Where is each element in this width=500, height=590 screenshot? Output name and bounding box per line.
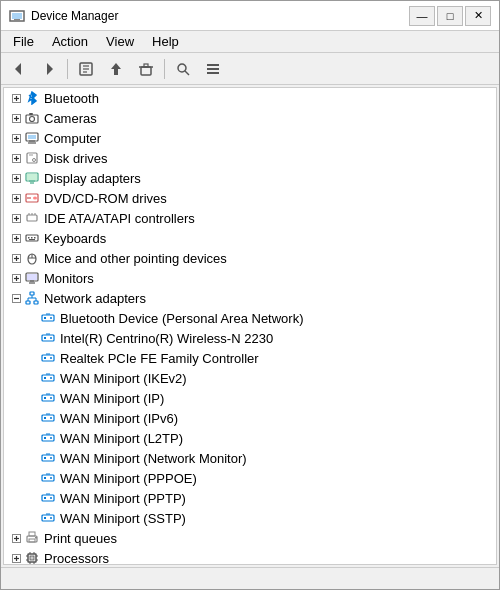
content-area: BluetoothCamerasComputerDisk drivesDispl… xyxy=(1,85,499,567)
menu-action[interactable]: Action xyxy=(44,32,96,51)
svg-rect-60 xyxy=(27,215,37,221)
svg-rect-87 xyxy=(30,292,34,295)
svg-line-14 xyxy=(185,71,189,75)
tree-item-disk-drives[interactable]: Disk drives xyxy=(4,148,496,168)
expander-bluetooth[interactable] xyxy=(8,90,24,106)
status-bar xyxy=(1,567,499,589)
expander-mice[interactable] xyxy=(8,250,24,266)
label-keyboards: Keyboards xyxy=(44,231,106,246)
svg-rect-1 xyxy=(12,13,22,19)
menu-view[interactable]: View xyxy=(98,32,142,51)
label-processors: Processors xyxy=(44,551,109,566)
svg-rect-16 xyxy=(207,68,219,70)
expander-realtek[interactable] xyxy=(24,350,40,366)
tree-item-bt-pan[interactable]: Bluetooth Device (Personal Area Network) xyxy=(4,308,496,328)
tree-item-bluetooth[interactable]: Bluetooth xyxy=(4,88,496,108)
label-wan-ikev2: WAN Miniport (IKEv2) xyxy=(60,371,187,386)
tree-item-wan-pppoe[interactable]: WAN Miniport (PPPOE) xyxy=(4,468,496,488)
expander-cameras[interactable] xyxy=(8,110,24,126)
expander-wan-ikev2[interactable] xyxy=(24,370,40,386)
tree-item-wan-ip[interactable]: WAN Miniport (IP) xyxy=(4,388,496,408)
expander-wan-netmon[interactable] xyxy=(24,450,40,466)
icon-bluetooth xyxy=(24,90,40,106)
label-disk-drives: Disk drives xyxy=(44,151,108,166)
svg-rect-140 xyxy=(44,497,46,499)
device-tree[interactable]: BluetoothCamerasComputerDisk drivesDispl… xyxy=(3,87,497,565)
tree-item-processors[interactable]: Processors xyxy=(4,548,496,565)
svg-rect-130 xyxy=(44,457,46,459)
scan-button[interactable] xyxy=(169,56,197,82)
tree-item-display-adapters[interactable]: Display adapters xyxy=(4,168,496,188)
toolbar-separator-1 xyxy=(67,59,68,79)
tree-item-keyboards[interactable]: Keyboards xyxy=(4,228,496,248)
tree-item-dvd-cdrom[interactable]: DVD/CD-ROM drives xyxy=(4,188,496,208)
svg-rect-100 xyxy=(44,337,46,339)
expander-display-adapters[interactable] xyxy=(8,170,24,186)
expander-wan-sstp[interactable] xyxy=(24,510,40,526)
icon-bt-pan xyxy=(40,310,56,326)
back-button[interactable] xyxy=(5,56,33,82)
tree-item-network-adapters[interactable]: Network adapters xyxy=(4,288,496,308)
update-driver-button[interactable] xyxy=(102,56,130,82)
expander-wan-pptp[interactable] xyxy=(24,490,40,506)
tree-item-mice[interactable]: Mice and other pointing devices xyxy=(4,248,496,268)
expander-dvd-cdrom[interactable] xyxy=(8,190,24,206)
svg-rect-124 xyxy=(42,435,54,441)
tree-item-computer[interactable]: Computer xyxy=(4,128,496,148)
expander-processors[interactable] xyxy=(8,550,24,565)
svg-rect-94 xyxy=(42,315,54,321)
expander-print-queues[interactable] xyxy=(8,530,24,546)
expander-intel-centrino[interactable] xyxy=(24,330,40,346)
minimize-button[interactable]: — xyxy=(409,6,435,26)
svg-rect-69 xyxy=(31,237,33,239)
tree-item-ide[interactable]: IDE ATA/ATAPI controllers xyxy=(4,208,496,228)
icon-realtek xyxy=(40,350,56,366)
expander-disk-drives[interactable] xyxy=(8,150,24,166)
tree-item-wan-netmon[interactable]: WAN Miniport (Network Monitor) xyxy=(4,448,496,468)
icon-wan-netmon xyxy=(40,450,56,466)
svg-point-121 xyxy=(50,417,52,419)
tree-item-realtek[interactable]: Realtek PCIe FE Family Controller xyxy=(4,348,496,368)
close-button[interactable]: ✕ xyxy=(465,6,491,26)
svg-point-96 xyxy=(50,317,52,319)
label-monitors: Monitors xyxy=(44,271,94,286)
tree-item-wan-l2tp[interactable]: WAN Miniport (L2TP) xyxy=(4,428,496,448)
svg-marker-3 xyxy=(15,63,21,75)
tree-item-wan-sstp[interactable]: WAN Miniport (SSTP) xyxy=(4,508,496,528)
tree-item-monitors[interactable]: Monitors xyxy=(4,268,496,288)
tree-item-intel-centrino[interactable]: Intel(R) Centrino(R) Wireless-N 2230 xyxy=(4,328,496,348)
expander-monitors[interactable] xyxy=(8,270,24,286)
expander-computer[interactable] xyxy=(8,130,24,146)
expander-keyboards[interactable] xyxy=(8,230,24,246)
menu-file[interactable]: File xyxy=(5,32,42,51)
forward-button[interactable] xyxy=(35,56,63,82)
expander-wan-ipv6[interactable] xyxy=(24,410,40,426)
svg-rect-144 xyxy=(42,515,54,521)
svg-rect-35 xyxy=(28,135,36,139)
expander-wan-pppoe[interactable] xyxy=(24,470,40,486)
tree-item-wan-ipv6[interactable]: WAN Miniport (IPv6) xyxy=(4,408,496,428)
maximize-button[interactable]: □ xyxy=(437,6,463,26)
window-title: Device Manager xyxy=(31,9,409,23)
expander-network-adapters[interactable] xyxy=(8,290,24,306)
display-by-type-button[interactable] xyxy=(199,56,227,82)
tree-item-cameras[interactable]: Cameras xyxy=(4,108,496,128)
menu-help[interactable]: Help xyxy=(144,32,187,51)
properties-button[interactable] xyxy=(72,56,100,82)
tree-item-print-queues[interactable]: Print queues xyxy=(4,528,496,548)
label-wan-pptp: WAN Miniport (PPTP) xyxy=(60,491,186,506)
icon-computer xyxy=(24,130,40,146)
title-bar: Device Manager — □ ✕ xyxy=(1,1,499,31)
svg-point-131 xyxy=(50,457,52,459)
uninstall-button[interactable] xyxy=(132,56,160,82)
svg-rect-145 xyxy=(44,517,46,519)
expander-wan-ip[interactable] xyxy=(24,390,40,406)
icon-ide xyxy=(24,210,40,226)
expander-ide[interactable] xyxy=(8,210,24,226)
tree-item-wan-pptp[interactable]: WAN Miniport (PPTP) xyxy=(4,488,496,508)
label-wan-ipv6: WAN Miniport (IPv6) xyxy=(60,411,178,426)
expander-wan-l2tp[interactable] xyxy=(24,430,40,446)
expander-bt-pan[interactable] xyxy=(24,310,40,326)
label-network-adapters: Network adapters xyxy=(44,291,146,306)
tree-item-wan-ikev2[interactable]: WAN Miniport (IKEv2) xyxy=(4,368,496,388)
